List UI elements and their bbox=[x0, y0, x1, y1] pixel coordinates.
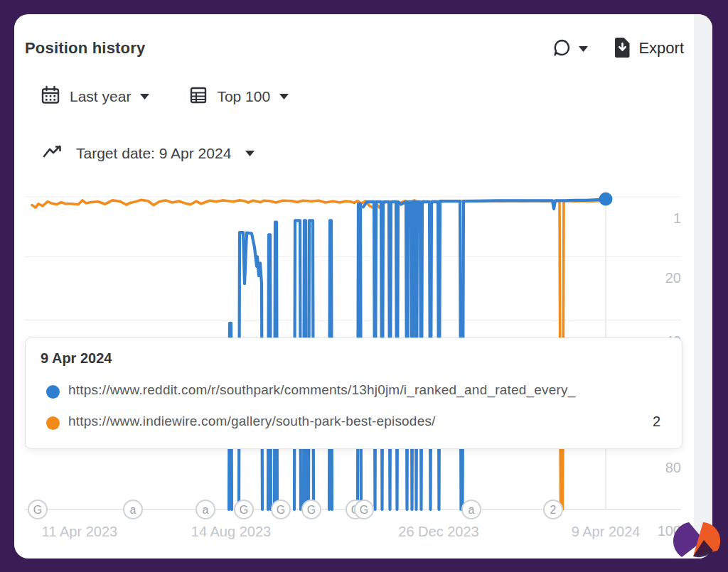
chevron-down-icon bbox=[279, 91, 289, 102]
svg-text:a: a bbox=[203, 504, 209, 516]
svg-text:G: G bbox=[240, 504, 248, 516]
y-axis-label: 1 bbox=[673, 210, 681, 226]
tooltip-date: 9 Apr 2024 bbox=[41, 350, 112, 367]
y-axis-label: 20 bbox=[665, 270, 681, 286]
calendar-icon bbox=[41, 85, 60, 107]
page-title: Position history bbox=[25, 39, 145, 58]
notes-dropdown-button[interactable] bbox=[552, 38, 588, 60]
trend-line-icon bbox=[42, 144, 62, 162]
tooltip-row-indiewire: https://www.indiewire.com/gallery/south-… bbox=[26, 414, 682, 432]
tooltip-url: https://www.reddit.com/r/southpark/comme… bbox=[68, 382, 575, 398]
tooltip-position-value: 2 bbox=[653, 414, 660, 430]
current-position-dot bbox=[599, 193, 613, 206]
y-axis-label: 80 bbox=[665, 460, 681, 475]
svg-text:a: a bbox=[130, 504, 136, 516]
target-date-label: Target date: 9 Apr 2024 bbox=[76, 145, 231, 162]
chart-tooltip: 9 Apr 2024 https://www.reddit.com/r/sout… bbox=[25, 338, 682, 449]
x-axis-label: 9 Apr 2024 bbox=[572, 524, 641, 539]
export-label: Export bbox=[638, 39, 684, 58]
brand-logo bbox=[672, 521, 720, 568]
svg-text:G: G bbox=[33, 504, 42, 516]
x-axis-label: 11 Apr 2023 bbox=[42, 524, 117, 539]
tooltip-url: https://www.indiewire.com/gallery/south-… bbox=[68, 414, 436, 429]
target-date-dropdown[interactable]: Target date: 9 Apr 2024 bbox=[42, 144, 255, 162]
chevron-down-icon bbox=[140, 91, 149, 102]
comment-icon bbox=[552, 38, 572, 60]
chevron-down-icon bbox=[579, 43, 588, 54]
top-filter-dropdown[interactable]: Top 100 bbox=[189, 86, 289, 107]
svg-text:2: 2 bbox=[550, 504, 557, 516]
date-range-label: Last year bbox=[70, 88, 131, 105]
x-axis-label: 14 Aug 2023 bbox=[191, 524, 271, 539]
position-history-card: GaaGGGGGa212040608010011 Apr 202314 Aug … bbox=[14, 14, 712, 558]
series-dot-orange bbox=[46, 416, 60, 430]
filter-bar: Last year Top 100 bbox=[41, 85, 289, 107]
chevron-down-icon bbox=[245, 148, 255, 158]
svg-text:G: G bbox=[307, 504, 316, 516]
series-dot-blue bbox=[46, 385, 60, 399]
svg-text:a: a bbox=[469, 504, 475, 516]
x-axis-label: 26 Dec 2023 bbox=[398, 524, 478, 539]
export-button[interactable]: Export bbox=[614, 37, 684, 60]
date-range-dropdown[interactable]: Last year bbox=[41, 85, 149, 107]
top-filter-label: Top 100 bbox=[217, 88, 270, 105]
svg-text:G: G bbox=[277, 504, 285, 516]
svg-text:G: G bbox=[360, 504, 368, 516]
card-header: Position history E bbox=[25, 33, 684, 64]
table-icon bbox=[189, 86, 208, 107]
tooltip-row-reddit: https://www.reddit.com/r/southpark/comme… bbox=[26, 382, 682, 401]
export-download-icon bbox=[614, 37, 631, 60]
